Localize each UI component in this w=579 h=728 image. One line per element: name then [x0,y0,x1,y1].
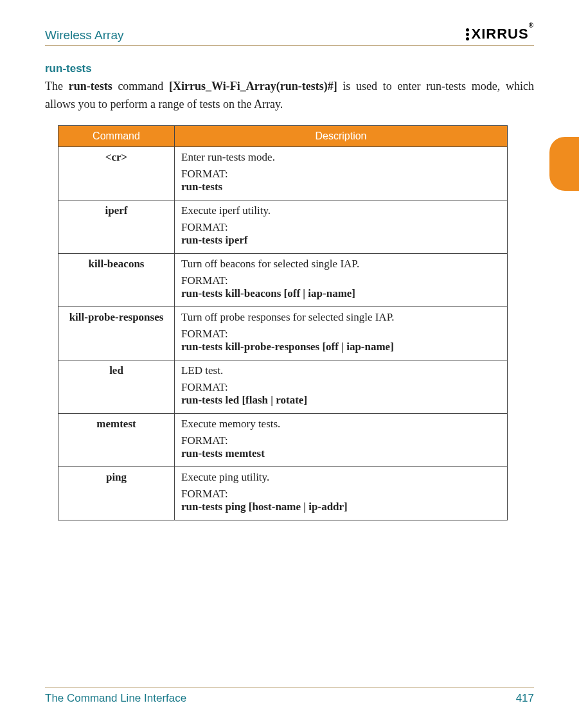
cmd-desc: Execute iperf utility. [181,204,501,217]
table-row: kill-beacons Turn off beacons for select… [58,253,508,306]
format-value: run-tests iperf [181,234,501,247]
footer-section: The Command Line Interface [45,692,186,705]
registered-icon: ® [529,22,534,29]
page-footer: The Command Line Interface 417 [45,688,534,705]
logo-text: XIRRUS® [472,26,535,42]
format-label: FORMAT: [181,221,501,234]
cmd-name: kill-beacons [58,253,175,306]
intro-text: The [45,80,69,93]
format-label: FORMAT: [181,434,501,447]
cmd-name: iperf [58,200,175,253]
intro-prompt: [Xirrus_Wi-Fi_Array(run-tests)#] [169,80,337,93]
table-row: iperf Execute iperf utility. FORMAT: run… [58,200,508,253]
format-label: FORMAT: [181,488,501,501]
format-label: FORMAT: [181,274,501,287]
cmd-desc: Execute memory tests. [181,418,501,431]
brand-logo: XIRRUS® [466,26,535,42]
intro-cmd: run-tests [69,80,112,93]
cmd-name: led [58,360,175,413]
cmd-desc-cell: Execute memory tests. FORMAT: run-tests … [175,413,508,466]
cmd-desc-cell: Enter run-tests mode. FORMAT: run-tests [175,146,508,200]
col-header-description: Description [175,125,508,146]
format-value: run-tests led [flash | rotate] [181,394,501,407]
table-row: kill-probe-responses Turn off probe resp… [58,306,508,360]
cmd-desc-cell: Execute iperf utility. FORMAT: run-tests… [175,200,508,253]
cmd-desc: Enter run-tests mode. [181,151,501,164]
cmd-name: ping [58,466,175,520]
cmd-desc: Turn off beacons for selected single IAP… [181,258,501,271]
page-header: Wireless Array XIRRUS® [45,26,534,46]
format-value: run-tests memtest [181,447,501,460]
format-label: FORMAT: [181,328,501,341]
table-row: ping Execute ping utility. FORMAT: run-t… [58,466,508,520]
table-row: <cr> Enter run-tests mode. FORMAT: run-t… [58,146,508,200]
footer-page-number: 417 [516,692,534,705]
cmd-desc: Turn off probe responses for selected si… [181,311,501,324]
format-value: run-tests ping [host-name | ip-addr] [181,501,501,513]
format-label: FORMAT: [181,381,501,394]
format-value: run-tests [181,181,501,193]
cmd-desc-cell: Turn off beacons for selected single IAP… [175,253,508,306]
table-row: memtest Execute memory tests. FORMAT: ru… [58,413,508,466]
commands-table: Command Description <cr> Enter run-tests… [58,125,508,520]
format-label: FORMAT: [181,168,501,181]
cmd-desc-cell: LED test. FORMAT: run-tests led [flash |… [175,360,508,413]
logo-dots-icon [466,28,469,40]
cmd-name: <cr> [58,146,175,200]
section-title: run-tests [45,62,534,75]
cmd-desc: Execute ping utility. [181,471,501,484]
cmd-desc-cell: Turn off probe responses for selected si… [175,306,508,360]
table-row: led LED test. FORMAT: run-tests led [fla… [58,360,508,413]
logo-name: XIRRUS [472,26,529,42]
cmd-name: memtest [58,413,175,466]
cmd-desc: LED test. [181,364,501,377]
intro-text: command [112,80,169,93]
cmd-name: kill-probe-responses [58,306,175,360]
format-value: run-tests kill-beacons [off | iap-name] [181,287,501,300]
col-header-command: Command [58,125,175,146]
side-tab-icon [549,137,579,191]
document-title: Wireless Array [45,28,123,42]
section-intro: The run-tests command [Xirrus_Wi-Fi_Arra… [45,78,534,114]
cmd-desc-cell: Execute ping utility. FORMAT: run-tests … [175,466,508,520]
format-value: run-tests kill-probe-responses [off | ia… [181,341,501,353]
